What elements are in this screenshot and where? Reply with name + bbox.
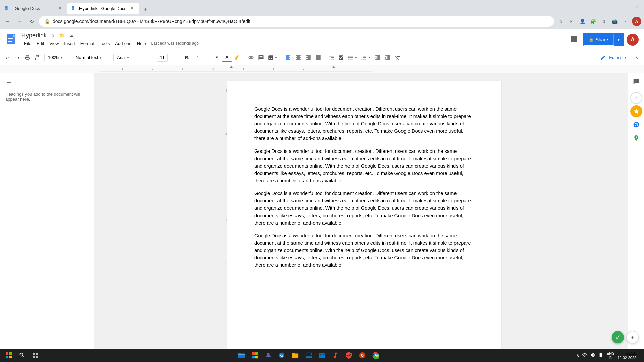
undo-button[interactable]: ↩ (3, 53, 12, 62)
italic-button[interactable]: I (192, 53, 202, 62)
address-input[interactable]: 🔒 docs.google.com/document/d/1BELQ0AHMnS… (39, 16, 554, 27)
sidebar-comments-icon[interactable] (630, 76, 642, 88)
document-title[interactable]: Hyperlink (21, 32, 47, 39)
back-button[interactable]: ← (3, 17, 12, 26)
window-close-button[interactable]: ✕ (629, 2, 644, 12)
indent-less-button[interactable] (373, 53, 382, 62)
taskbar-edge[interactable] (276, 349, 288, 361)
sidebar-maps-icon[interactable] (630, 132, 642, 144)
bullets-button[interactable]: ▼ (346, 53, 359, 62)
share-dropdown-button[interactable]: ▼ (614, 34, 623, 46)
floating-add-button[interactable]: + (627, 331, 639, 343)
tray-network[interactable] (581, 352, 588, 359)
taskbar-game[interactable] (303, 349, 315, 361)
menu-tools[interactable]: Tools (97, 40, 112, 47)
tab-close-2[interactable]: ✕ (129, 5, 135, 11)
cloud-icon[interactable]: ☁ (68, 32, 75, 39)
menu-edit[interactable]: Edit (34, 40, 47, 47)
line-spacing-button[interactable] (327, 53, 336, 62)
window-minimize-button[interactable]: ─ (598, 2, 613, 12)
browser-tab-1[interactable]: - Google Docs ✕ (0, 3, 67, 14)
star-icon[interactable]: ☆ (49, 32, 56, 39)
font-select[interactable]: Arial ▼ (116, 53, 143, 62)
last-edit-status[interactable]: Last edit was seconds ago (151, 41, 199, 46)
underline-button[interactable]: U (202, 53, 212, 62)
sidebar-add-button[interactable]: + (630, 92, 642, 104)
forward-button[interactable]: → (15, 17, 24, 26)
account-icon[interactable]: ⋮ (621, 17, 629, 25)
align-center-button[interactable] (293, 53, 303, 62)
taskbar-music[interactable] (329, 349, 341, 361)
document-scroll-area[interactable]: 1 2 3 4 5 Google Docs is a wonderful too… (94, 73, 628, 349)
font-size-decrease-button[interactable]: − (147, 53, 156, 62)
print-button[interactable] (23, 53, 32, 62)
browser-tab-2[interactable]: Hyperlink - Google Docs ✕ (67, 3, 139, 14)
reload-button[interactable]: ↻ (27, 17, 36, 26)
expand-toolbar-button[interactable]: ∧ (632, 54, 641, 62)
align-left-button[interactable] (283, 53, 293, 62)
tray-volume[interactable] (589, 352, 596, 359)
sidebar-blue-icon[interactable] (630, 119, 642, 131)
paragraph-1[interactable]: Google Docs is a wonderful tool for docu… (254, 105, 474, 142)
zoom-select[interactable]: 100% ▼ (47, 53, 70, 62)
sync-icon[interactable]: ⇅ (600, 17, 608, 25)
taskbar-mail[interactable] (316, 349, 328, 361)
screenshot-icon[interactable]: ⊡ (568, 17, 576, 25)
image-insert-button[interactable]: ▼ (266, 53, 279, 62)
strikethrough-button[interactable]: S (212, 53, 222, 62)
language-indicator[interactable]: ENG IN (607, 351, 615, 359)
taskbar-antivirus[interactable] (343, 349, 355, 361)
menu-insert[interactable]: Insert (61, 40, 78, 47)
font-size-increase-button[interactable]: + (168, 53, 178, 62)
paint-format-button[interactable] (33, 53, 42, 62)
document-page[interactable]: Google Docs is a wonderful tool for docu… (227, 81, 501, 349)
taskview-button[interactable] (30, 349, 42, 361)
taskbar-chrome[interactable] (370, 349, 382, 361)
editing-mode-button[interactable]: Editing ▼ (606, 54, 630, 61)
menu-format[interactable]: Format (78, 40, 97, 47)
taskbar-office[interactable]: O (356, 349, 368, 361)
tray-hidden-icons[interactable]: ∧ (576, 353, 580, 358)
taskbar-explorer[interactable] (235, 349, 248, 361)
numbering-button[interactable]: ▼ (360, 53, 372, 62)
search-button[interactable] (16, 349, 28, 361)
user-profile-circle[interactable]: A (632, 17, 641, 26)
redo-button[interactable]: ↪ (13, 53, 22, 62)
indent-more-button[interactable] (383, 53, 392, 62)
clock[interactable]: 21:10 12-02-2022 (618, 351, 636, 360)
menu-view[interactable]: View (47, 40, 61, 47)
extensions-icon[interactable]: 🧩 (589, 17, 597, 25)
outline-back-button[interactable]: ← (5, 78, 88, 86)
paragraph-3[interactable]: Google Docs is a wonderful tool for docu… (254, 190, 474, 227)
checklist-button[interactable] (337, 53, 345, 62)
taskbar-store[interactable] (249, 349, 261, 361)
style-select[interactable]: Normal text ▼ (74, 53, 111, 62)
sidebar-star-icon[interactable] (630, 105, 642, 117)
new-tab-button[interactable]: + (141, 5, 150, 14)
taskbar-files[interactable] (289, 349, 301, 361)
comments-button[interactable] (568, 34, 580, 46)
taskbar-teams[interactable] (262, 349, 274, 361)
move-icon[interactable]: 📁 (59, 32, 65, 39)
insert-comment-button[interactable] (256, 53, 266, 62)
menu-addons[interactable]: Add-ons (112, 40, 134, 47)
highlight-button[interactable] (232, 53, 242, 62)
text-color-button[interactable]: A (222, 53, 232, 62)
paragraph-4[interactable]: Google Docs is a wonderful tool for docu… (254, 232, 474, 269)
profile-icon[interactable]: 👤 (578, 17, 586, 25)
paragraph-2[interactable]: Google Docs is a wonderful tool for docu… (254, 147, 474, 184)
font-size-input[interactable] (157, 54, 168, 62)
menu-help[interactable]: Help (134, 40, 149, 47)
bold-button[interactable]: B (182, 53, 192, 62)
bookmark-icon[interactable]: ☆ (557, 17, 565, 25)
start-button[interactable] (3, 349, 15, 361)
tray-battery[interactable] (597, 352, 604, 359)
justify-button[interactable] (314, 53, 323, 62)
menu-file[interactable]: File (21, 40, 34, 47)
align-right-button[interactable] (304, 53, 313, 62)
clear-format-button[interactable] (393, 53, 402, 62)
tab-close-1[interactable]: ✕ (57, 5, 63, 11)
user-avatar[interactable]: A (627, 34, 639, 46)
share-button[interactable]: 🔒 Share (583, 34, 614, 45)
window-maximize-button[interactable]: □ (613, 2, 629, 12)
